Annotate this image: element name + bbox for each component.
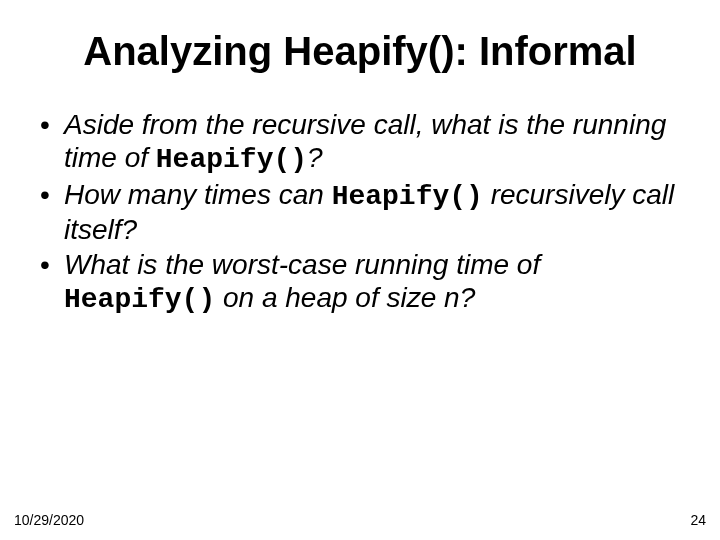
bullet-text-pre: Aside from the recursive call, what is t… <box>64 109 666 173</box>
bullet-text-post: on a heap of size n? <box>215 282 475 313</box>
bullet-text-pre: What is the worst-case running time of <box>64 249 540 280</box>
code-span: Heapify() <box>332 181 483 212</box>
footer-page-number: 24 <box>690 512 706 528</box>
bullet-text-pre: How many times can <box>64 179 332 210</box>
bullet-text-post: ? <box>307 142 323 173</box>
bullet-list: Aside from the recursive call, what is t… <box>36 108 684 316</box>
slide-title: Analyzing Heapify(): Informal <box>36 28 684 74</box>
slide: Analyzing Heapify(): Informal Aside from… <box>0 0 720 540</box>
footer-date: 10/29/2020 <box>14 512 84 528</box>
list-item: What is the worst-case running time of H… <box>36 248 684 316</box>
code-span: Heapify() <box>156 144 307 175</box>
code-span: Heapify() <box>64 284 215 315</box>
list-item: How many times can Heapify() recursively… <box>36 178 684 246</box>
slide-body: Aside from the recursive call, what is t… <box>36 108 684 316</box>
list-item: Aside from the recursive call, what is t… <box>36 108 684 176</box>
